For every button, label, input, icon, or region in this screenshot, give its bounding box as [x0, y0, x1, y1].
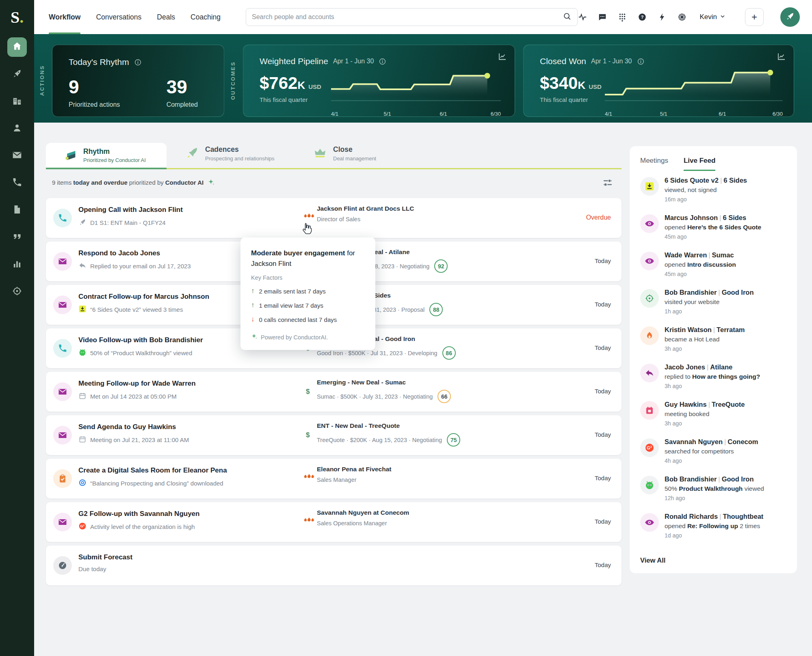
hot-lead-flames-icon[interactable]	[303, 516, 316, 525]
list-item[interactable]: Kristin Watson|Terratam became a Hot Lea…	[640, 326, 786, 363]
list-item[interactable]: Guy Hawkins|TreeQuote meeting booked 3h …	[640, 401, 786, 438]
sidebar-item-goals[interactable]	[7, 282, 27, 302]
email-icon	[53, 382, 72, 401]
todays-rhythm-card[interactable]: Today's Rhythm 9 Prioritized actions 39 …	[52, 45, 224, 117]
task-title: Opening Call with Jackson Flint	[78, 206, 183, 214]
contact-name-company[interactable]: Jackson Flint at Grant Docs LLC	[317, 205, 414, 212]
contact-name-company[interactable]: Savannah Nguyen at Conecom	[317, 509, 409, 516]
salesloft-logo[interactable]: S.	[0, 0, 34, 34]
sidebar-item-email[interactable]	[7, 146, 27, 166]
feed-time: 4h ago	[665, 457, 758, 464]
rhythm-logo-icon	[63, 148, 78, 163]
closed-value-suffix: K	[578, 79, 585, 92]
avatar[interactable]	[780, 7, 800, 27]
filter-icon[interactable]	[602, 177, 613, 188]
nav-workflow[interactable]: Workflow	[49, 0, 80, 34]
task-row-agenda-guy[interactable]: Send Agenda to Guy Hawkins Meeting on Ju…	[46, 415, 621, 455]
contact-title: Sales Operations Manager	[317, 520, 387, 527]
chat-icon[interactable]	[598, 12, 607, 22]
feed-company: Atilane	[710, 363, 732, 371]
view-all-link[interactable]: View All	[640, 557, 786, 564]
line-chart-icon[interactable]	[498, 52, 507, 61]
task-row-opening-call[interactable]: Opening Call with Jackson Flint D1 S1: E…	[46, 198, 621, 238]
wheel-icon[interactable]	[677, 12, 687, 22]
search-input[interactable]	[252, 13, 563, 21]
list-summary-mid: prioritized by	[129, 179, 164, 186]
task-title: Create a Digital Sales Room for Eleanor …	[78, 466, 227, 475]
help-icon[interactable]: ?	[637, 12, 647, 22]
nav-deals[interactable]: Deals	[157, 0, 175, 34]
sidebar-item-cadences[interactable]	[7, 65, 27, 84]
list-item[interactable]: Bob Brandishier|Good Iron visited your w…	[640, 289, 786, 326]
deal-meta: Sumac · $500K · July 31, 2023 · Negotiat…	[317, 393, 433, 400]
tooltip-title-bold: Moderate buyer engagement	[251, 249, 345, 257]
dialpad-icon[interactable]	[617, 12, 627, 22]
feed-body: opened	[665, 261, 687, 268]
cadences-rocket-icon	[185, 145, 199, 160]
task-row-g2-savannah[interactable]: G2 Follow-up with Savannah Nguyen G2Acti…	[46, 502, 621, 542]
sidebar-item-accounts[interactable]	[7, 92, 27, 111]
list-summary-bold1: today and overdue	[73, 179, 127, 186]
lightning-icon[interactable]	[657, 12, 667, 22]
nav-conversations[interactable]: Conversations	[96, 0, 141, 34]
nav-coaching[interactable]: Coaching	[191, 0, 221, 34]
list-item[interactable]: Jacob Jones|Atilane replied to How are t…	[640, 363, 786, 401]
rhythm-card-title: Today's Rhythm	[69, 57, 129, 67]
search-icon[interactable]	[563, 12, 572, 22]
document-download-icon	[78, 305, 87, 314]
task-row-submit-forecast[interactable]: Submit Forecast Due today Today	[46, 546, 621, 585]
weighted-pipeline-card[interactable]: Weighted Pipeline Apr 1 - Jun 30 $762K U…	[243, 45, 515, 117]
info-icon[interactable]	[134, 58, 142, 66]
tooltip-footer: Powered by ConductorAI.	[261, 334, 328, 341]
list-item[interactable]: Wade Warren|Sumac opened Intro discussio…	[640, 251, 786, 289]
feed-body: visited your website	[665, 298, 719, 305]
contact-name-company[interactable]: Eleanor Pena at Fivechat	[317, 466, 392, 473]
list-item[interactable]: G2 Savannah Nguyen|Conecom searched for …	[640, 438, 786, 475]
reply-icon	[640, 364, 659, 382]
list-item[interactable]: 6 Sides Quote v2|6 Sides viewed, not sig…	[640, 177, 786, 214]
deal-name[interactable]: ENT - New Deal - TreeQuote	[317, 422, 460, 429]
sidebar-item-people[interactable]	[7, 119, 27, 138]
status-badge: Today	[595, 431, 611, 438]
tab-meetings[interactable]: Meetings	[640, 157, 668, 171]
tab-cadences[interactable]: Cadences Prospecting and relationships	[185, 145, 275, 162]
tab-close[interactable]: Close Deal management	[313, 145, 376, 162]
hot-lead-flames-icon[interactable]	[303, 472, 316, 482]
hot-lead-flames-icon[interactable]	[303, 211, 316, 221]
live-feed-panel: Meetings Live Feed 6 Sides Quote v2|6 Si…	[630, 146, 797, 573]
tab-rhythm[interactable]: Rhythm Prioritized by Conductor AI	[46, 143, 167, 168]
list-item[interactable]: Marcus Johnson|6 Sides opened Here’s the…	[640, 214, 786, 251]
pipeline-value-suffix: K	[297, 79, 305, 92]
add-button[interactable]: +	[745, 8, 764, 26]
activity-pulse-icon[interactable]	[578, 12, 587, 22]
status-badge: Today	[595, 388, 611, 395]
task-subtitle: Due today	[78, 565, 106, 572]
sidebar-item-analytics[interactable]	[7, 255, 27, 274]
list-item[interactable]: Bob Brandishier|Good Iron 50% Product Wa…	[640, 475, 786, 513]
svg-text:?: ?	[641, 15, 644, 19]
feed-body-bold: Here’s the 6 Sides Quote	[687, 224, 761, 231]
feed-time: 1d ago	[665, 532, 763, 539]
sidebar-item-conversations[interactable]	[7, 228, 27, 247]
user-menu[interactable]: Kevin	[699, 13, 726, 22]
tabs-underline	[167, 168, 621, 169]
tab-live-feed[interactable]: Live Feed	[684, 157, 715, 171]
task-row-meeting-wade[interactable]: Meeting Follow-up for Wade Warren Met on…	[46, 372, 621, 412]
sidebar-item-calls[interactable]	[7, 173, 27, 193]
actions-label: ACTIONS	[39, 45, 45, 116]
calendar-icon	[78, 392, 87, 401]
line-chart-icon[interactable]	[777, 52, 786, 61]
tooltip-key-factors-label: Key Factors	[251, 274, 365, 281]
deal-name[interactable]: Emerging - New Deal - Sumac	[317, 379, 451, 386]
task-subtitle: Replied to your email on Jul 17, 2023	[90, 263, 191, 270]
closed-won-card[interactable]: Closed Won Apr 1 - Jun 30 $340K USD This…	[523, 45, 794, 117]
pipeline-card-title: Weighted Pipeline	[260, 56, 328, 66]
closed-card-title: Closed Won	[540, 56, 586, 66]
sidebar-item-content[interactable]	[7, 201, 27, 220]
sidebar-item-home[interactable]	[7, 37, 27, 57]
engagement-tooltip: Moderate buyer engagement for Jackson Fl…	[240, 237, 375, 350]
feed-name: Kristin Watson	[665, 326, 712, 333]
task-row-dsr-eleanor[interactable]: Create a Digital Sales Room for Eleanor …	[46, 459, 621, 498]
main-content: Rhythm Prioritized by Conductor AI Caden…	[34, 123, 812, 656]
list-item[interactable]: Ronald Richards|Thoughtbeat opened Re: F…	[640, 513, 786, 550]
